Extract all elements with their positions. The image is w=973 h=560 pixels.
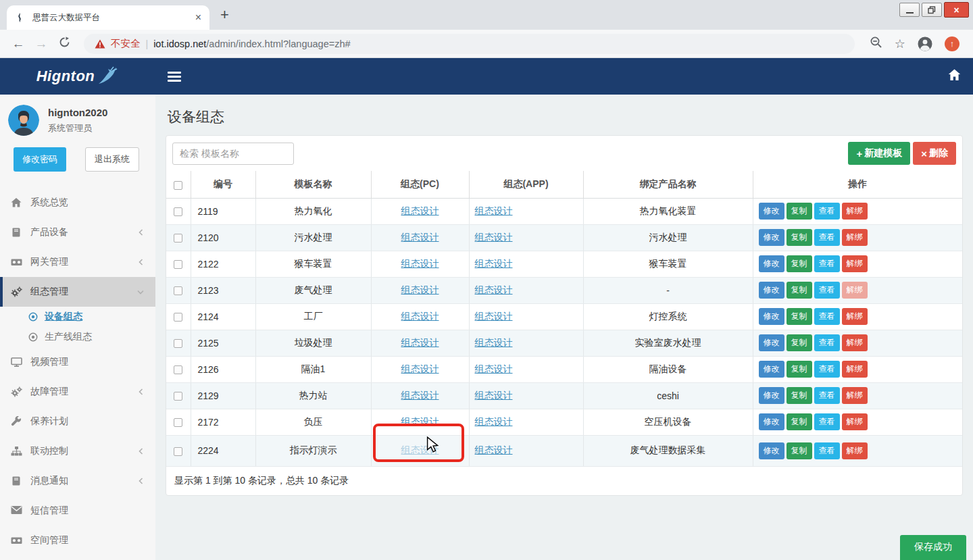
- pc-config-design-link[interactable]: 组态设计: [401, 232, 439, 243]
- app-config-design-link[interactable]: 组态设计: [475, 416, 513, 427]
- row-checkbox[interactable]: [174, 339, 182, 348]
- app-config-design-link[interactable]: 组态设计: [475, 363, 513, 374]
- delete-button[interactable]: ×删除: [913, 142, 956, 165]
- copy-button[interactable]: 复制: [787, 308, 812, 325]
- logout-button[interactable]: 退出系统: [85, 147, 139, 172]
- forward-button[interactable]: →: [31, 36, 51, 51]
- sidebar-item-linkage-control[interactable]: 联动控制: [0, 436, 155, 466]
- copy-button[interactable]: 复制: [787, 413, 812, 430]
- sidebar-item-config-mgmt[interactable]: 组态管理: [0, 277, 155, 307]
- browser-profile-icon[interactable]: [918, 36, 932, 51]
- unbind-button[interactable]: 解绑: [842, 255, 868, 272]
- new-template-button[interactable]: +新建模板: [848, 142, 910, 165]
- sidebar-item-sms-mgmt[interactable]: 短信管理: [0, 496, 155, 526]
- view-button[interactable]: 查看: [814, 387, 840, 404]
- unbind-button[interactable]: 解绑: [842, 282, 868, 299]
- home-button[interactable]: [948, 69, 961, 84]
- row-checkbox[interactable]: [174, 260, 182, 269]
- change-password-button[interactable]: 修改密码: [14, 147, 66, 172]
- copy-button[interactable]: 复制: [787, 361, 812, 378]
- security-warning[interactable]: 不安全: [111, 37, 141, 50]
- view-button[interactable]: 查看: [814, 442, 840, 459]
- zoom-out-icon[interactable]: [870, 36, 882, 51]
- search-input[interactable]: [172, 143, 294, 165]
- row-checkbox[interactable]: [174, 234, 182, 243]
- sidebar-subitem-device-config[interactable]: 设备组态: [0, 307, 155, 327]
- select-all-checkbox[interactable]: [174, 181, 182, 190]
- unbind-button[interactable]: 解绑: [842, 387, 868, 404]
- window-restore-button[interactable]: [922, 3, 942, 17]
- view-button[interactable]: 查看: [814, 334, 840, 351]
- pc-config-design-link[interactable]: 组态设计: [401, 363, 439, 374]
- modify-button[interactable]: 修改: [759, 387, 784, 404]
- row-checkbox[interactable]: [174, 418, 182, 427]
- hamburger-menu-icon[interactable]: [168, 72, 181, 82]
- browser-update-icon[interactable]: ↑: [945, 36, 959, 51]
- sidebar-item-gateway-mgmt[interactable]: 网关管理: [0, 247, 155, 277]
- unbind-button[interactable]: 解绑: [842, 361, 868, 378]
- copy-button[interactable]: 复制: [787, 442, 812, 459]
- pc-config-design-link[interactable]: 组态设计: [401, 444, 439, 455]
- sidebar-item-space-mgmt[interactable]: 空间管理: [0, 526, 155, 555]
- url-text[interactable]: iot.idosp.net/admin/index.html?language=…: [153, 38, 350, 50]
- pc-config-design-link[interactable]: 组态设计: [401, 390, 439, 401]
- modify-button[interactable]: 修改: [759, 334, 784, 351]
- copy-button[interactable]: 复制: [787, 387, 812, 404]
- app-config-design-link[interactable]: 组态设计: [475, 390, 513, 401]
- unbind-button[interactable]: 解绑: [842, 308, 868, 325]
- pc-config-design-link[interactable]: 组态设计: [401, 205, 439, 216]
- row-checkbox[interactable]: [174, 392, 182, 401]
- new-tab-button[interactable]: +: [220, 6, 229, 24]
- row-checkbox[interactable]: [174, 365, 182, 374]
- view-button[interactable]: 查看: [814, 229, 840, 246]
- copy-button[interactable]: 复制: [787, 229, 812, 246]
- view-button[interactable]: 查看: [814, 413, 840, 430]
- modify-button[interactable]: 修改: [759, 282, 784, 299]
- pc-config-design-link[interactable]: 组态设计: [401, 258, 439, 269]
- sidebar-item-system-overview[interactable]: 系统总览: [0, 188, 155, 218]
- view-button[interactable]: 查看: [814, 308, 840, 325]
- app-config-design-link[interactable]: 组态设计: [475, 311, 513, 322]
- sidebar-item-product-devices[interactable]: 产品设备: [0, 218, 155, 247]
- unbind-button[interactable]: 解绑: [842, 442, 868, 459]
- row-checkbox[interactable]: [174, 313, 182, 322]
- app-config-design-link[interactable]: 组态设计: [475, 284, 513, 295]
- app-config-design-link[interactable]: 组态设计: [475, 232, 513, 243]
- view-button[interactable]: 查看: [814, 361, 840, 378]
- app-config-design-link[interactable]: 组态设计: [475, 444, 513, 455]
- tab-close-icon[interactable]: ×: [195, 12, 201, 23]
- unbind-button[interactable]: 解绑: [842, 413, 868, 430]
- sidebar-item-video-mgmt[interactable]: 视频管理: [0, 347, 155, 377]
- row-checkbox[interactable]: [174, 286, 182, 295]
- sidebar-item-message-notify[interactable]: 消息通知: [0, 466, 155, 496]
- copy-button[interactable]: 复制: [787, 255, 812, 272]
- modify-button[interactable]: 修改: [759, 413, 784, 430]
- copy-button[interactable]: 复制: [787, 282, 812, 299]
- sidebar-subitem-line-config[interactable]: 生产线组态: [0, 327, 155, 347]
- copy-button[interactable]: 复制: [787, 334, 812, 351]
- view-button[interactable]: 查看: [814, 282, 840, 299]
- unbind-button[interactable]: 解绑: [842, 203, 868, 220]
- app-config-design-link[interactable]: 组态设计: [475, 205, 513, 216]
- browser-tab[interactable]: 思普云大数据平台 ×: [7, 5, 209, 30]
- pc-config-design-link[interactable]: 组态设计: [401, 416, 439, 427]
- unbind-button[interactable]: 解绑: [842, 334, 868, 351]
- app-config-design-link[interactable]: 组态设计: [475, 337, 513, 348]
- row-checkbox[interactable]: [174, 207, 182, 216]
- sidebar-item-fault-mgmt[interactable]: 故障管理: [0, 377, 155, 407]
- reload-button[interactable]: [54, 36, 74, 51]
- pc-config-design-link[interactable]: 组态设计: [401, 311, 439, 322]
- unbind-button[interactable]: 解绑: [842, 229, 868, 246]
- address-bar[interactable]: 不安全 | iot.idosp.net/admin/index.html?lan…: [84, 34, 855, 54]
- modify-button[interactable]: 修改: [759, 442, 784, 459]
- modify-button[interactable]: 修改: [759, 229, 784, 246]
- app-config-design-link[interactable]: 组态设计: [475, 258, 513, 269]
- pc-config-design-link[interactable]: 组态设计: [401, 284, 439, 295]
- view-button[interactable]: 查看: [814, 203, 840, 220]
- bookmark-star-icon[interactable]: ☆: [895, 36, 905, 51]
- modify-button[interactable]: 修改: [759, 203, 784, 220]
- modify-button[interactable]: 修改: [759, 308, 784, 325]
- window-close-button[interactable]: ×: [944, 2, 969, 18]
- modify-button[interactable]: 修改: [759, 255, 784, 272]
- copy-button[interactable]: 复制: [787, 203, 812, 220]
